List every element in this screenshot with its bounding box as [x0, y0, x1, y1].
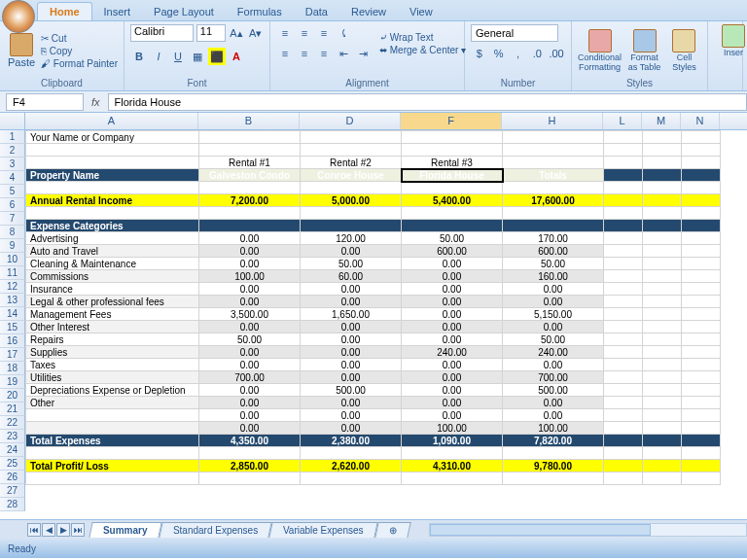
cell[interactable]	[301, 182, 402, 194]
cell[interactable]	[199, 144, 301, 157]
cell[interactable]: Rental #3	[402, 157, 503, 169]
align-middle-button[interactable]: ≡	[296, 24, 313, 42]
cell[interactable]: Conroe House	[301, 169, 402, 182]
cell[interactable]: 0.00	[402, 397, 503, 409]
row-header-20[interactable]: 20	[0, 389, 25, 402]
cell[interactable]: 7,200.00	[199, 194, 301, 207]
sheet-tab-standard-expenses[interactable]: Standard Expenses	[159, 522, 272, 538]
cell[interactable]: Total Expenses	[26, 435, 199, 447]
cell[interactable]: 0.00	[199, 232, 301, 245]
cell[interactable]: Galveston Condo	[199, 169, 301, 182]
comma-button[interactable]: ,	[510, 45, 527, 62]
cell[interactable]: 0.00	[301, 397, 402, 409]
cell[interactable]	[682, 472, 721, 485]
cell[interactable]	[643, 270, 682, 283]
cell[interactable]	[604, 409, 643, 422]
cell[interactable]: 0.00	[199, 409, 301, 422]
italic-button[interactable]: I	[150, 48, 167, 65]
cell[interactable]	[682, 182, 721, 194]
tab-home[interactable]: Home	[37, 2, 92, 20]
cell[interactable]	[682, 359, 721, 371]
cell[interactable]: 500.00	[301, 384, 402, 397]
align-top-button[interactable]: ≡	[276, 24, 294, 42]
cell[interactable]	[604, 308, 643, 321]
cell[interactable]: Rental #1	[199, 157, 301, 169]
cell[interactable]: 0.00	[301, 296, 402, 308]
select-all-button[interactable]	[0, 113, 25, 129]
cell[interactable]	[643, 397, 682, 409]
bold-button[interactable]: B	[130, 48, 148, 65]
cell[interactable]	[682, 422, 721, 435]
cell[interactable]	[682, 220, 721, 232]
cell[interactable]: Totals	[503, 169, 604, 182]
row-header-14[interactable]: 14	[0, 307, 25, 321]
cell[interactable]: Taxes	[26, 359, 199, 371]
cell[interactable]: 0.00	[402, 359, 503, 371]
cell[interactable]	[503, 220, 604, 232]
cell[interactable]	[682, 384, 721, 397]
cell[interactable]	[643, 447, 682, 460]
col-header-B[interactable]: B	[198, 113, 300, 129]
cell[interactable]	[503, 182, 604, 194]
row-header-2[interactable]: 2	[0, 144, 25, 158]
cell[interactable]	[682, 157, 721, 169]
cell[interactable]	[604, 182, 643, 194]
number-format-select[interactable]: General	[471, 24, 558, 42]
cell[interactable]	[682, 397, 721, 409]
cell[interactable]	[604, 447, 643, 460]
cell[interactable]: Cleaning & Maintenance	[26, 258, 199, 270]
cell[interactable]	[643, 359, 682, 371]
cell[interactable]	[26, 144, 199, 157]
cell[interactable]: Insurance	[26, 283, 199, 296]
cell[interactable]	[402, 182, 503, 194]
col-header-F[interactable]: F	[401, 113, 502, 129]
cell[interactable]: Property Name	[26, 169, 199, 182]
row-header-19[interactable]: 19	[0, 375, 25, 389]
grow-font-button[interactable]: A▴	[229, 24, 245, 42]
cell[interactable]	[301, 144, 402, 157]
cell[interactable]: Total Profit/ Loss	[26, 460, 199, 472]
indent-inc-button[interactable]: ⇥	[354, 45, 372, 62]
cell[interactable]: 170.00	[503, 232, 604, 245]
col-header-A[interactable]: A	[25, 113, 198, 129]
row-header-27[interactable]: 27	[0, 484, 25, 498]
cell[interactable]: 0.00	[199, 258, 301, 270]
tab-nav-last[interactable]: ⏭	[71, 523, 85, 537]
cell[interactable]: 4,350.00	[199, 435, 301, 447]
cell[interactable]	[604, 232, 643, 245]
formula-input[interactable]: Florida House	[108, 93, 747, 111]
cell[interactable]: 2,620.00	[301, 460, 402, 472]
cell[interactable]: 0.00	[402, 321, 503, 333]
cell[interactable]: 1,090.00	[402, 435, 503, 447]
cell[interactable]	[682, 245, 721, 258]
cell[interactable]	[604, 207, 643, 220]
tab-formulas[interactable]: Formulas	[226, 3, 294, 20]
cell[interactable]: 9,780.00	[503, 460, 604, 472]
row-header-10[interactable]: 10	[0, 253, 25, 266]
cell[interactable]	[301, 207, 402, 220]
cell[interactable]: 0.00	[402, 371, 503, 384]
percent-button[interactable]: %	[490, 45, 508, 62]
sheet-tab-new[interactable]: ⊕	[374, 522, 410, 538]
cell[interactable]: 120.00	[301, 232, 402, 245]
cell[interactable]: 240.00	[402, 346, 503, 359]
cell[interactable]	[682, 169, 721, 182]
font-color-button[interactable]: A	[228, 48, 245, 65]
cell[interactable]: 0.00	[503, 283, 604, 296]
cell[interactable]: 0.00	[199, 384, 301, 397]
cell[interactable]	[682, 447, 721, 460]
cell[interactable]	[604, 422, 643, 435]
cell[interactable]	[682, 308, 721, 321]
cell[interactable]: 0.00	[199, 321, 301, 333]
cell[interactable]	[604, 371, 643, 384]
cell[interactable]: 0.00	[199, 346, 301, 359]
cell[interactable]	[402, 447, 503, 460]
cell[interactable]: 500.00	[503, 384, 604, 397]
cell[interactable]	[402, 207, 503, 220]
cell[interactable]	[604, 346, 643, 359]
row-header-16[interactable]: 16	[0, 334, 25, 348]
row-header-7[interactable]: 7	[0, 212, 25, 226]
fx-icon[interactable]: fx	[91, 96, 100, 108]
cell[interactable]	[643, 422, 682, 435]
inc-decimal-button[interactable]: .0	[528, 45, 546, 62]
